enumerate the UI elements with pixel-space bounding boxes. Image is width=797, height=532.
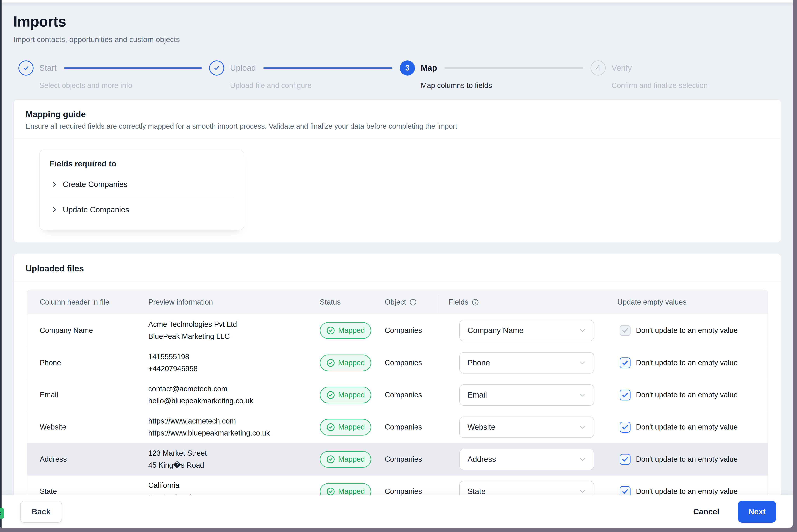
- empty-value-checkbox[interactable]: [620, 358, 631, 368]
- cancel-button[interactable]: Cancel: [693, 507, 719, 516]
- fields-required-item-label: Update Companies: [63, 205, 129, 214]
- status-badge: Mapped: [320, 419, 371, 436]
- step-label: Start: [39, 63, 57, 73]
- step-description: Confirm and finalize selection: [612, 81, 781, 90]
- field-select-value: Email: [467, 391, 487, 399]
- step-top: Upload: [209, 60, 400, 76]
- cell-object: Companies: [385, 455, 449, 463]
- cell-update-empty: Don't update to an empty value: [617, 325, 767, 336]
- cell-object: Companies: [385, 423, 449, 431]
- mapping-guide-card: Mapping guide Ensure all required fields…: [13, 99, 781, 242]
- field-select-value: Phone: [467, 358, 490, 367]
- field-select[interactable]: Address: [459, 449, 594, 470]
- sidebar-collapse-tab[interactable]: «: [0, 508, 4, 519]
- step-check-icon: [22, 64, 30, 72]
- preview-line: hello@bluepeakmarketing.co.uk: [148, 396, 320, 406]
- stepper-step[interactable]: Start Select objects and more info: [18, 60, 209, 90]
- checkbox-label: Don't update to an empty value: [636, 423, 738, 431]
- stepper-step[interactable]: 4 Verify Confirm and finalize selection: [591, 60, 781, 90]
- header-fields-label: Fields: [449, 298, 468, 306]
- empty-value-checkbox[interactable]: [620, 422, 631, 433]
- next-button[interactable]: Next: [738, 500, 776, 523]
- cell-update-empty: Don't update to an empty value: [617, 454, 767, 465]
- cell-column-header: Email: [27, 391, 148, 399]
- cell-update-empty: Don't update to an empty value: [617, 390, 767, 400]
- footer-actions: Cancel Next: [693, 500, 776, 523]
- field-select[interactable]: Company Name: [459, 320, 594, 341]
- check-circle-icon: [326, 487, 335, 496]
- step-label: Upload: [230, 63, 256, 73]
- cell-fields: Email: [449, 384, 617, 406]
- mapping-table: Column header in file Preview informatio…: [27, 290, 768, 507]
- checkmark-icon: [622, 423, 629, 431]
- chevron-down-icon: [578, 455, 587, 463]
- stepper-step[interactable]: 3 Map Map columns to fields: [400, 60, 591, 90]
- preview-line: 123 Market Street: [148, 449, 320, 458]
- status-badge-label: Mapped: [338, 455, 365, 463]
- back-button[interactable]: Back: [20, 500, 62, 523]
- fields-required-item[interactable]: Update Companies: [50, 197, 234, 222]
- uploaded-files-header: Uploaded files: [14, 254, 781, 282]
- table-header-row: Column header in file Preview informatio…: [27, 290, 767, 315]
- field-select[interactable]: Website: [459, 417, 594, 438]
- fields-required-list: Create Companies Update Companies: [50, 172, 234, 222]
- object-info-icon[interactable]: [409, 298, 417, 306]
- fields-info-icon[interactable]: [471, 298, 479, 306]
- preview-line: Acme Technologies Pvt Ltd: [148, 320, 320, 329]
- cell-fields: Company Name: [449, 320, 617, 341]
- step-top: 4 Verify: [591, 60, 781, 76]
- status-badge: Mapped: [320, 355, 371, 371]
- empty-value-checkbox[interactable]: [620, 325, 631, 336]
- step-label: Verify: [612, 63, 632, 73]
- cell-column-header: State: [27, 487, 148, 496]
- step-top: Start: [18, 60, 209, 76]
- field-select[interactable]: Phone: [459, 352, 594, 374]
- check-circle-icon: [326, 423, 335, 432]
- empty-value-checkbox[interactable]: [620, 390, 631, 400]
- imports-page: Imports Import contacts, opportunities a…: [2, 2, 793, 528]
- field-select-value: Website: [467, 423, 496, 432]
- fields-required-item[interactable]: Create Companies: [50, 172, 234, 197]
- preview-line: https://www.bluepeakmarketing.co.uk: [148, 429, 320, 438]
- fields-required-title: Fields required to: [50, 159, 234, 168]
- check-circle-icon: [326, 358, 335, 367]
- status-badge-label: Mapped: [338, 487, 365, 496]
- cell-fields: Website: [449, 417, 617, 438]
- preview-line: contact@acmetech.com: [148, 384, 320, 394]
- fields-required-box: Fields required to Create Companies Upda…: [39, 150, 244, 230]
- footer-bar: Back Cancel Next: [2, 495, 793, 528]
- table-row: Website https://www.acmetech.com https:/…: [27, 411, 767, 443]
- checkbox-label: Don't update to an empty value: [636, 326, 738, 335]
- checkbox-label: Don't update to an empty value: [636, 487, 738, 496]
- check-circle-icon: [326, 391, 335, 399]
- cell-object: Companies: [385, 359, 449, 367]
- status-badge: Mapped: [320, 451, 371, 468]
- cell-column-header: Website: [27, 423, 148, 431]
- checkmark-icon: [622, 327, 629, 334]
- cell-fields: Phone: [449, 352, 617, 374]
- cell-fields: Address: [449, 449, 617, 470]
- status-badge-label: Mapped: [338, 359, 365, 367]
- chevron-down-icon: [578, 326, 587, 335]
- chevron-down-icon: [578, 359, 587, 367]
- checkbox-label: Don't update to an empty value: [636, 391, 738, 399]
- preview-line: California: [148, 481, 320, 490]
- table-row: Email contact@acmetech.com hello@bluepea…: [27, 379, 767, 411]
- status-badge: Mapped: [320, 322, 371, 339]
- field-select-value: Company Name: [467, 326, 523, 335]
- header-update-empty-values: Update empty values: [617, 298, 767, 306]
- field-select[interactable]: Email: [459, 384, 594, 406]
- step-description: Map columns to fields: [421, 81, 591, 90]
- chevron-down-icon: [578, 423, 587, 432]
- cell-status: Mapped: [320, 322, 385, 339]
- header-status: Status: [320, 298, 385, 306]
- stepper-step[interactable]: Upload Upload file and configure: [209, 60, 400, 90]
- step-top: 3 Map: [400, 60, 591, 76]
- chevron-right-icon: [51, 206, 58, 213]
- cell-preview: Acme Technologies Pvt Ltd BluePeak Marke…: [148, 320, 320, 341]
- preview-line: 1415555198: [148, 352, 320, 362]
- empty-value-checkbox[interactable]: [620, 454, 631, 465]
- field-select-value: Address: [467, 455, 496, 463]
- mapping-guide-header: Mapping guide Ensure all required fields…: [14, 100, 781, 139]
- fields-required-item-label: Create Companies: [63, 180, 128, 189]
